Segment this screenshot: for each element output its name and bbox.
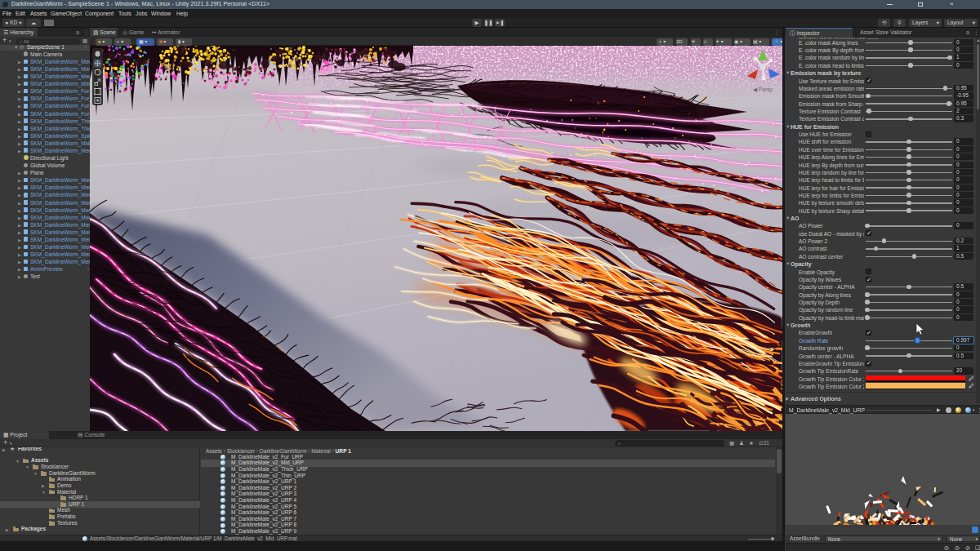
- svg-text:◀ Persp: ◀ Persp: [753, 87, 773, 93]
